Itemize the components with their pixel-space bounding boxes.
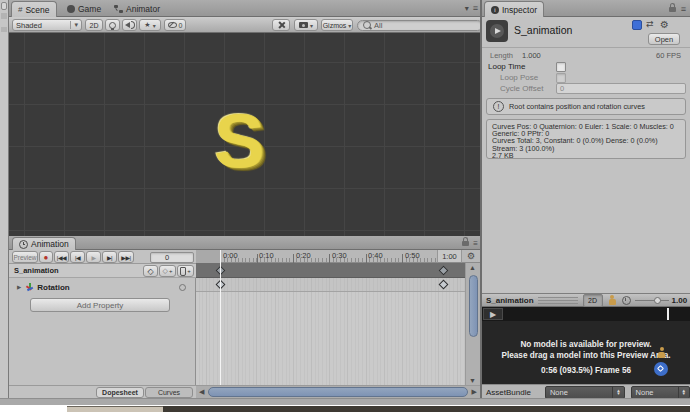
- timeline-ruler[interactable]: 0:00 0:10 0:20 0:30 0:40 0:50: [196, 250, 437, 263]
- asset-store-icon[interactable]: [632, 20, 642, 30]
- clock-icon: [19, 240, 28, 249]
- component-tools-button[interactable]: [272, 19, 290, 31]
- scene-audio-toggle[interactable]: [122, 19, 137, 31]
- dopesheet-summary-row[interactable]: [196, 263, 465, 278]
- timeline-playhead[interactable]: [220, 250, 222, 385]
- open-button[interactable]: Open: [648, 33, 680, 45]
- loop-time-checkbox[interactable]: [556, 62, 566, 72]
- avatar-icon[interactable]: [658, 347, 664, 358]
- assetbundle-variant-dropdown[interactable]: None ▲▼: [631, 386, 690, 399]
- scene-2d-toggle[interactable]: 2D: [85, 19, 103, 31]
- ruler-end-time-box: 1:00: [437, 250, 461, 263]
- preview-scrub-bar[interactable]: ▶: [482, 307, 690, 321]
- preview-button-label: Preview: [13, 254, 36, 261]
- speed-slider[interactable]: [635, 296, 669, 304]
- property-value-indicator[interactable]: [179, 284, 186, 291]
- animation-preview-button[interactable]: Preview: [12, 251, 38, 263]
- tab-game[interactable]: Game: [67, 0, 101, 17]
- scroll-up-icon[interactable]: ▲: [469, 264, 476, 271]
- presets-icon[interactable]: ⇄: [646, 19, 654, 29]
- play-icon: ▶: [91, 254, 95, 261]
- camera-settings-dropdown[interactable]: ▾: [294, 19, 318, 31]
- scene-2d-label: 2D: [90, 22, 99, 29]
- animation-panel-menu[interactable]: ≡: [456, 238, 478, 248]
- tab-animator[interactable]: Animator: [114, 0, 160, 17]
- preview-play-button[interactable]: ▶: [483, 308, 503, 320]
- chevron-down-icon: ▾: [465, 4, 469, 13]
- preview-area[interactable]: No model is available for preview. Pleas…: [482, 321, 690, 384]
- play-button[interactable]: ▶: [86, 251, 101, 263]
- gear-icon[interactable]: ⚙: [660, 19, 669, 30]
- scroll-right-icon[interactable]: ▶: [472, 388, 477, 396]
- previous-frame-button[interactable]: |◀: [70, 251, 85, 263]
- disclosure-icon[interactable]: ▶: [17, 284, 21, 290]
- loop-pose-label: Loop Pose: [500, 73, 538, 82]
- dopesheet-vscrollbar[interactable]: ▲ ▼: [465, 263, 480, 385]
- next-frame-button[interactable]: ▶|: [102, 251, 117, 263]
- chevron-down-icon: ▾: [310, 22, 313, 29]
- keyframe-diamond-icon: ◇: [163, 267, 168, 275]
- play-icon: ▶: [490, 310, 496, 319]
- preview-scrub-position[interactable]: [667, 308, 669, 320]
- animation-property-pane: ▶ Rotation Add Property: [9, 278, 196, 385]
- keyframe-rotation-60[interactable]: [438, 280, 448, 290]
- inspector-panel-menu[interactable]: ≡: [662, 3, 686, 15]
- pivot-avatar-icon[interactable]: [609, 295, 615, 306]
- tab-scene[interactable]: # Scene: [11, 1, 57, 17]
- scene-search-input[interactable]: All: [357, 20, 483, 31]
- updown-arrows-icon: ▲▼: [612, 387, 623, 398]
- tab-dopesheet[interactable]: Dopesheet: [96, 387, 144, 398]
- assetbundle-value: None: [550, 388, 568, 397]
- scene-object-s[interactable]: S: [214, 101, 265, 181]
- curves-tab-label: Curves: [158, 389, 180, 396]
- assetbundle-dropdown[interactable]: None ▲▼: [545, 386, 625, 399]
- end-time-label: 1:00: [442, 252, 457, 261]
- curves-stats-box: Curves Pos: 0 Quaternion: 0 Euler: 1 Sca…: [486, 119, 686, 159]
- record-button[interactable]: ●: [39, 251, 53, 263]
- lightbulb-icon: [109, 22, 116, 29]
- clip-selector-dropdown[interactable]: S_animation: [14, 266, 134, 277]
- hscroll-thumb[interactable]: [208, 387, 467, 397]
- dopesheet-empty-area[interactable]: [196, 292, 465, 385]
- assetbundle-label: AssetBundle: [486, 388, 531, 397]
- current-frame-field[interactable]: 0: [150, 252, 194, 263]
- dopesheet-hscrollbar[interactable]: ◀ ▶: [196, 386, 480, 398]
- clip-header: S_animation ⇄ ⚙ Open: [482, 17, 690, 48]
- tab-inspector[interactable]: i Inspector: [484, 1, 544, 17]
- cycle-offset-field[interactable]: 0: [556, 83, 686, 94]
- add-keyframe-all-button[interactable]: ◇ +: [159, 265, 176, 277]
- property-row-rotation[interactable]: ▶ Rotation: [9, 280, 196, 294]
- scene-visibility-toggle[interactable]: 0: [164, 19, 186, 31]
- scene-viewport[interactable]: S: [9, 33, 480, 236]
- scene-effects-toggle[interactable]: ★ ▾: [139, 19, 161, 31]
- add-keyframe-button[interactable]: ◇: [143, 265, 158, 277]
- speed-slider-thumb[interactable]: [654, 297, 661, 304]
- scene-panel-menu[interactable]: ▾ ≡: [456, 2, 478, 14]
- scroll-left-icon[interactable]: ◀: [199, 388, 204, 396]
- keyframe-summary-60[interactable]: [438, 266, 448, 276]
- goto-last-frame-button[interactable]: ▶▶|: [118, 251, 134, 263]
- add-event-button[interactable]: +: [177, 265, 194, 277]
- dopesheet-rotation-track[interactable]: [196, 278, 465, 292]
- vscroll-thumb[interactable]: [469, 275, 478, 337]
- drag-handle[interactable]: [538, 297, 578, 304]
- lock-icon[interactable]: [669, 7, 676, 12]
- preview-2d-toggle[interactable]: 2D: [583, 294, 603, 307]
- asset-labels-icon[interactable]: [654, 362, 668, 376]
- chevron-down-icon: ▾: [70, 21, 78, 29]
- chevron-down-icon: ▾: [153, 22, 156, 29]
- shading-mode-dropdown[interactable]: Shaded ▾: [12, 19, 82, 31]
- loop-pose-checkbox[interactable]: [556, 73, 566, 83]
- scroll-down-icon[interactable]: ▼: [469, 377, 476, 384]
- ruler-tick-3: 0:30: [332, 251, 347, 260]
- updown-arrows-icon: ▲▼: [678, 387, 689, 398]
- property-name: Rotation: [37, 283, 69, 292]
- add-property-button[interactable]: Add Property: [30, 298, 170, 312]
- scene-lighting-toggle[interactable]: [105, 19, 120, 31]
- tab-animation[interactable]: Animation: [12, 237, 76, 250]
- gizmos-dropdown[interactable]: Gizmos ▾: [321, 19, 353, 31]
- goto-first-frame-button[interactable]: |◀◀: [54, 251, 69, 263]
- tab-curves[interactable]: Curves: [145, 387, 193, 398]
- tab-scene-label: Scene: [25, 5, 49, 15]
- dopesheet-settings-button[interactable]: ⚙: [461, 250, 480, 263]
